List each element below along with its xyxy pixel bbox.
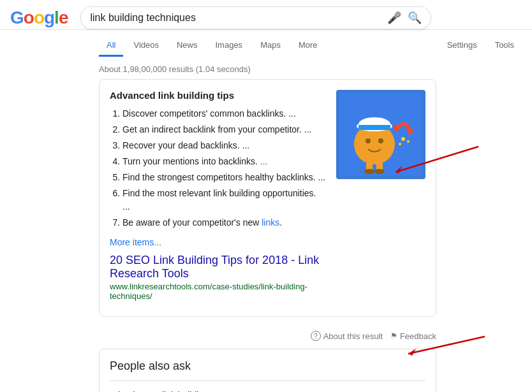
tab-news[interactable]: News <box>169 35 205 57</box>
feedback-btn[interactable]: ⚑ Feedback <box>390 331 436 341</box>
result-url: www.linkresearchtools.com/case-studies/l… <box>110 282 326 301</box>
tab-tools[interactable]: Tools <box>487 35 522 57</box>
feedback-label: Feedback <box>400 331 436 341</box>
search-input[interactable] <box>90 12 382 24</box>
svg-point-15 <box>399 143 401 145</box>
new-links-link[interactable]: links <box>262 217 279 228</box>
paa-question-1: What is your link building strategy? <box>110 390 248 393</box>
tab-maps[interactable]: Maps <box>253 35 288 57</box>
svg-point-12 <box>407 128 413 134</box>
info-icon: ? <box>311 331 321 341</box>
google-logo: Google <box>10 8 68 28</box>
page-wrapper: Google 🎤 🔍 All Videos News Images Maps M… <box>0 0 532 392</box>
header: Google 🎤 🔍 <box>0 0 532 30</box>
paa-title: People also ask <box>110 359 425 373</box>
list-item: Find the strongest competitors healthy b… <box>122 171 326 184</box>
main-content: Advanced link building tips Discover com… <box>0 79 447 392</box>
search-icon[interactable]: 🔍 <box>408 11 422 25</box>
list-item: Get an indirect backlink from your compe… <box>122 123 326 136</box>
svg-point-11 <box>394 125 400 131</box>
about-result-label: About this result <box>323 331 383 341</box>
snippet-text: Advanced link building tips Discover com… <box>110 90 326 306</box>
tab-videos[interactable]: Videos <box>126 35 166 57</box>
search-icons: 🎤 🔍 <box>387 11 422 25</box>
robot-illustration <box>339 93 422 176</box>
result-link-area: 20 SEO Link Building Tips for 2018 - Lin… <box>110 247 326 306</box>
nav-right: Settings Tools <box>440 35 522 57</box>
list-item: Turn your mentions into backlinks. ... <box>122 155 326 168</box>
list-item: Discover competitors' common backlinks. … <box>122 107 326 120</box>
featured-snippet: Advanced link building tips Discover com… <box>99 79 436 317</box>
svg-point-14 <box>407 140 410 143</box>
tab-all[interactable]: All <box>99 35 123 57</box>
snippet-list: Discover competitors' common backlinks. … <box>122 107 326 229</box>
svg-point-19 <box>374 169 385 174</box>
search-bar: 🎤 🔍 <box>80 6 431 29</box>
more-items-link[interactable]: More items... <box>110 237 161 247</box>
flag-icon: ⚑ <box>390 331 397 340</box>
paa-section: People also ask What is your link buildi… <box>99 349 436 392</box>
search-bar-wrapper: 🎤 🔍 <box>80 6 431 29</box>
paa-item-1[interactable]: What is your link building strategy? ∨ <box>110 381 425 392</box>
list-item: Recover your dead backlinks. ... <box>122 139 326 152</box>
tab-settings[interactable]: Settings <box>440 35 485 57</box>
microphone-icon[interactable]: 🎤 <box>387 11 401 25</box>
snippet-title: Advanced link building tips <box>110 90 326 101</box>
svg-point-18 <box>364 169 374 174</box>
svg-point-7 <box>378 138 383 143</box>
result-title-link[interactable]: 20 SEO Link Building Tips for 2018 - Lin… <box>110 254 319 280</box>
results-count: About 1,98,00,000 results (1.04 seconds) <box>0 57 532 79</box>
svg-rect-10 <box>358 125 390 130</box>
turn-mentions-link[interactable]: ... <box>260 156 268 166</box>
svg-point-13 <box>401 137 405 141</box>
nav-tabs: All Videos News Images Maps More Setting… <box>0 30 532 57</box>
tab-more[interactable]: More <box>291 35 325 57</box>
svg-point-6 <box>366 138 371 143</box>
about-result-btn[interactable]: ? About this result <box>311 331 383 341</box>
list-item: Be aware of your competitor's new links. <box>122 216 326 229</box>
snippet-footer: ? About this result ⚑ Feedback <box>99 327 436 344</box>
snippet-image <box>336 90 425 179</box>
chevron-down-icon: ∨ <box>418 389 425 392</box>
tab-images[interactable]: Images <box>207 35 250 57</box>
list-item: Find the most relevant link building opp… <box>122 187 326 214</box>
